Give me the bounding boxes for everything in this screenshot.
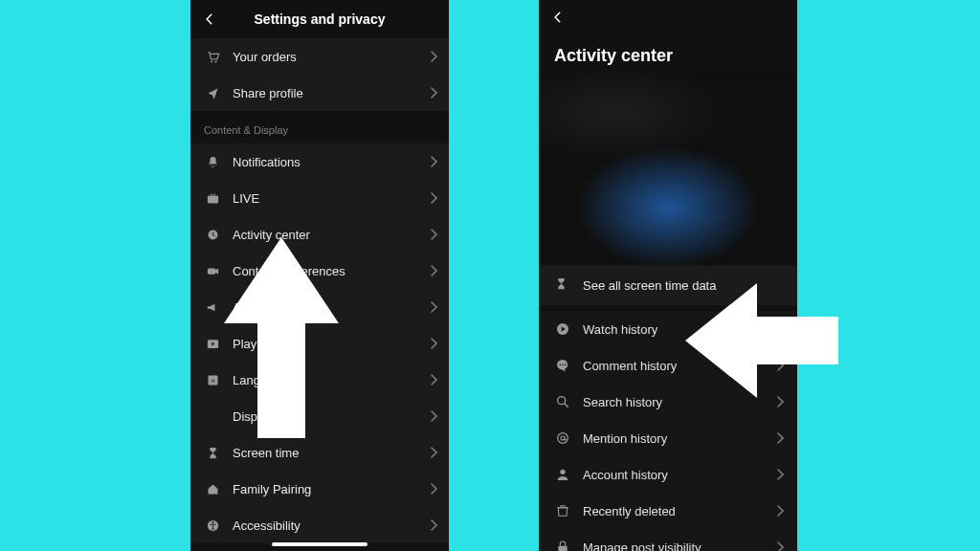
row-playback[interactable]: Playback — [190, 325, 449, 362]
chevron-right-icon — [430, 192, 437, 204]
row-label: Screen time — [233, 446, 299, 460]
row-label: Activity center — [233, 228, 310, 242]
cart-icon — [204, 48, 221, 65]
title-bar — [539, 0, 797, 34]
play-icon — [204, 335, 221, 352]
row-label: Family Pairing — [233, 482, 311, 496]
svg-rect-4 — [207, 268, 214, 274]
row-search-history[interactable]: Search history — [539, 384, 797, 420]
row-label: Display — [233, 409, 274, 424]
row-label: Share profile — [233, 86, 303, 100]
moon-icon — [204, 408, 221, 425]
trash-icon — [554, 502, 571, 519]
title-bar: Settings and privacy — [190, 0, 449, 38]
row-label: Playback — [233, 337, 283, 351]
row-recently-deleted[interactable]: Recently deleted — [539, 493, 797, 529]
svg-point-14 — [558, 397, 566, 405]
back-button[interactable] — [548, 8, 568, 27]
chevron-left-icon — [551, 11, 565, 24]
megaphone-icon — [204, 298, 221, 316]
row-label: Account history — [583, 468, 668, 482]
row-label: Search history — [583, 395, 662, 409]
row-account-history[interactable]: Account history — [539, 456, 797, 493]
phone-activity-center: Activity center See all screen time data… — [539, 0, 797, 551]
row-manage-post-visibility[interactable]: Manage post visibility — [539, 529, 797, 551]
row-label: Language — [233, 373, 288, 387]
hourglass-icon — [554, 276, 571, 294]
row-label: Notifications — [233, 155, 301, 169]
row-label: Your orders — [233, 50, 297, 64]
home-indicator — [272, 542, 368, 546]
row-label: Accessibility — [233, 518, 301, 533]
clock-icon — [204, 226, 221, 243]
row-live[interactable]: LIVE — [190, 180, 449, 216]
svg-point-1 — [214, 60, 216, 62]
phone-settings: Settings and privacy Your orders Share p… — [190, 0, 449, 551]
svg-point-9 — [212, 521, 213, 523]
row-ads[interactable]: Ads — [190, 289, 449, 325]
activity-center-title: Activity center — [539, 34, 797, 74]
row-label: LIVE — [233, 191, 259, 206]
chevron-right-icon — [430, 156, 437, 167]
video-icon — [204, 262, 221, 279]
row-label: Content preferences — [233, 264, 345, 278]
row-label: Recently deleted — [583, 504, 676, 518]
svg-point-15 — [558, 433, 568, 444]
chevron-right-icon — [430, 338, 437, 349]
row-label: Comment history — [583, 359, 677, 373]
top-group: Your orders Share profile — [190, 38, 449, 111]
svg-rect-2 — [207, 195, 217, 203]
row-label: Mention history — [583, 431, 667, 446]
row-accessibility[interactable]: Accessibility — [190, 507, 449, 543]
lock-icon — [554, 539, 571, 551]
svg-point-0 — [211, 60, 212, 62]
row-see-all-screen-time[interactable]: See all screen time data — [539, 265, 797, 305]
row-notifications[interactable]: Notifications — [190, 143, 449, 180]
row-display[interactable]: Display — [190, 398, 449, 434]
row-mention-history[interactable]: Mention history — [539, 420, 797, 456]
chevron-right-icon — [776, 360, 784, 371]
chevron-right-icon — [430, 483, 437, 495]
screen-time-card — [539, 74, 797, 265]
chevron-right-icon — [430, 519, 437, 531]
row-family-pairing[interactable]: Family Pairing — [190, 471, 449, 507]
row-screen-time[interactable]: Screen time — [190, 434, 449, 471]
svg-point-12 — [562, 364, 564, 366]
history-group: Watch history Comment history Search his… — [539, 311, 797, 551]
hourglass-icon — [204, 444, 221, 461]
chevron-right-icon — [430, 51, 437, 62]
search-icon — [554, 393, 571, 410]
row-watch-history[interactable]: Watch history — [539, 311, 797, 347]
chevron-right-icon — [430, 265, 437, 276]
at-icon — [554, 430, 571, 447]
svg-rect-18 — [558, 546, 567, 551]
row-language[interactable]: A Language — [190, 362, 449, 398]
row-activity-center[interactable]: Activity center — [190, 216, 449, 253]
chevron-right-icon — [776, 432, 784, 444]
chevron-right-icon — [776, 505, 784, 517]
language-icon: A — [204, 371, 221, 388]
home-icon — [204, 480, 221, 497]
chevron-right-icon — [430, 374, 437, 386]
row-your-orders[interactable]: Your orders — [190, 38, 449, 75]
section-header-content-display: Content & Display — [190, 111, 449, 143]
chevron-right-icon — [430, 447, 437, 458]
row-label: Ads — [233, 300, 254, 315]
row-label: See all screen time data — [583, 278, 716, 293]
chevron-right-icon — [776, 396, 784, 408]
chevron-right-icon — [430, 301, 437, 313]
row-label: Manage post visibility — [583, 540, 702, 552]
chevron-right-icon — [776, 469, 784, 480]
comment-icon — [554, 357, 571, 374]
chevron-right-icon — [776, 541, 784, 551]
row-share-profile[interactable]: Share profile — [190, 75, 449, 111]
row-content-preferences[interactable]: Content preferences — [190, 253, 449, 289]
page-title: Settings and privacy — [190, 11, 449, 27]
chevron-right-icon — [430, 229, 437, 240]
live-icon — [204, 189, 221, 207]
svg-point-13 — [565, 364, 567, 366]
svg-point-17 — [560, 470, 565, 474]
chevron-right-icon — [430, 87, 437, 99]
svg-point-11 — [560, 364, 562, 366]
row-comment-history[interactable]: Comment history — [539, 347, 797, 384]
